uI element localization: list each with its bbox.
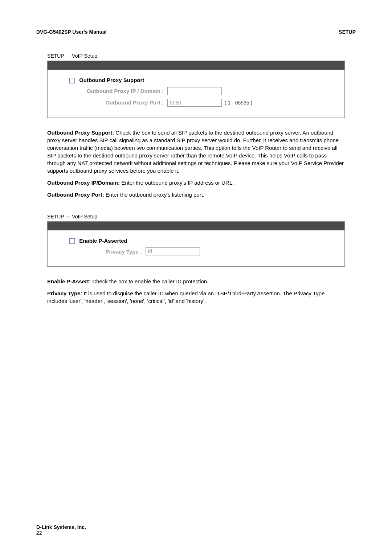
outbound-proxy-port-row: Outbound Proxy Port : ( 1 - 65535 ) [69,99,334,107]
desc2-text-2: It is used to disguise the caller ID whe… [47,290,325,304]
desc-bold-2: Outbound Proxy IP/Domain: [47,180,121,186]
header-left: DVG-G5402SP User's Manual [36,29,107,35]
desc2-bold-1: Enable P-Assert: [47,278,92,284]
outbound-proxy-port-input[interactable] [167,99,222,107]
enable-p-asserted-label: Enable P-Asserted [79,238,127,244]
privacy-type-label: Privacy Type : [69,249,146,255]
outbound-proxy-support-label: Outbound Proxy Support [79,77,144,83]
desc-outbound-proxy-port: Outbound Proxy Port: Enter the outbound … [47,191,345,198]
privacy-type-input[interactable] [146,247,200,255]
footer-page-number: 22 [36,530,86,536]
desc-text-1: Check the box to send all SIP packets to… [47,130,344,174]
desc-privacy-type: Privacy Type: It is used to disguise the… [47,290,345,305]
footer-company: D-Link Systems, Inc. [36,524,86,530]
desc-text-3: Enter the outbound proxy's listening por… [106,192,204,198]
outbound-proxy-support-row: Outbound Proxy Support [69,77,334,83]
desc-enable-p-assert: Enable P-Assert: Check the box to enable… [47,278,345,285]
desc-bold-1: Outbound Proxy Support: [47,130,115,136]
enable-p-asserted-checkbox[interactable] [69,238,75,244]
outbound-proxy-panel: Outbound Proxy Support Outbound Proxy IP… [47,61,345,118]
desc-outbound-proxy-support: Outbound Proxy Support: Check the box to… [47,129,345,175]
outbound-proxy-ip-input[interactable] [167,87,222,95]
outbound-proxy-ip-label: Outbound Proxy IP / Domain : [69,88,167,94]
enable-p-asserted-row: Enable P-Asserted [69,238,334,244]
privacy-type-row: Privacy Type : [69,247,334,255]
desc2-text-1: Check the box to enable the caller ID pr… [92,278,208,284]
outbound-proxy-ip-row: Outbound Proxy IP / Domain : [69,87,334,95]
header-right: SETUP [339,29,356,35]
outbound-proxy-port-hint: ( 1 - 65535 ) [225,100,252,106]
desc-text-2: Enter the outbound proxy's IP address or… [121,180,234,186]
page-footer: D-Link Systems, Inc. 22 [36,524,86,536]
desc2-bold-2: Privacy Type: [47,290,84,296]
panel-header-1 [48,61,344,70]
breadcrumb-2: SETUP → VoIP Setup [47,214,356,219]
desc-bold-3: Outbound Proxy Port: [47,192,106,198]
p-asserted-panel: Enable P-Asserted Privacy Type : [47,221,345,267]
breadcrumb-1: SETUP → VoIP Setup [47,53,356,59]
desc-outbound-proxy-ip: Outbound Proxy IP/Domain: Enter the outb… [47,179,345,186]
panel-header-2 [48,222,344,230]
outbound-proxy-port-label: Outbound Proxy Port : [69,99,167,106]
page-header: DVG-G5402SP User's Manual SETUP [36,29,356,35]
outbound-proxy-support-checkbox[interactable] [69,78,75,83]
